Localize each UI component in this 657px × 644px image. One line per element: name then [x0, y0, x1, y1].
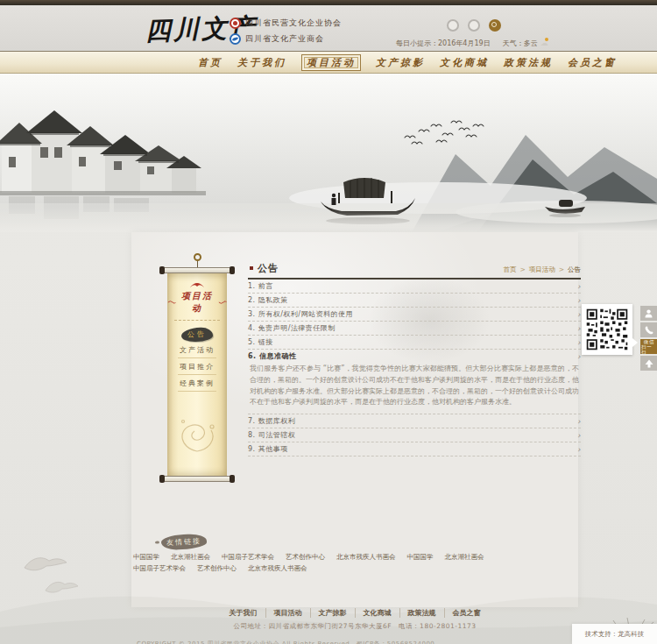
- main-nav: 首页 关于我们 项目活动 文产掠影 文化商城 政策法规 会员之窗: [0, 51, 657, 74]
- footer-link-about[interactable]: 关于我们: [222, 608, 265, 618]
- chevron-right-icon: [577, 445, 581, 454]
- accordion-item-7[interactable]: 7. 数据库权利: [248, 414, 581, 428]
- contact-person-button[interactable]: [640, 306, 657, 321]
- wechat-qr-popup: [582, 304, 632, 355]
- footer-address: 公司地址：四川省成都市东华门街27号东华大厦6F 电话：180-2801-117…: [131, 622, 578, 631]
- accordion-label: 4. 免责声明/法律责任限制: [248, 323, 336, 333]
- sidebar-title-row: 项目活动: [167, 290, 227, 315]
- chevron-right-icon: [577, 417, 581, 426]
- wechat-scan-button[interactable]: 微信 扫一扫: [640, 339, 657, 354]
- accordion-item-5[interactable]: 5. 链接: [248, 336, 581, 350]
- sidebar-item-promotion[interactable]: 项目推介: [167, 358, 227, 374]
- nav-item-home[interactable]: 首页: [198, 56, 223, 69]
- scroll-rod-bottom: [164, 476, 230, 482]
- chevron-right-icon: [577, 324, 581, 333]
- wechat-label-2: 扫一扫: [641, 344, 656, 354]
- qr-code: [585, 308, 629, 351]
- person-icon: [645, 309, 653, 318]
- social-icons: [447, 19, 501, 32]
- footer-link-mall[interactable]: 文化商城: [355, 608, 399, 618]
- page: 加为收藏 设为关注 四川文产 四川省民营文化企业协会 四川省文化产业商会 每日小…: [0, 0, 657, 644]
- daily-tip: 每日小提示：2016年4月19日: [396, 39, 491, 48]
- accordion: 1. 前言 2. 隐私政策 3. 所有权/权利/网站资料的使用 4. 免责声明/…: [248, 280, 581, 456]
- phone-icon: [645, 326, 653, 335]
- accordion-label: 8. 司法管辖权: [248, 430, 295, 440]
- item-divider: [178, 391, 216, 392]
- breadcrumb: 首页 > 项目活动 > 公告: [503, 265, 581, 274]
- content-header: 公告 首页 > 项目活动 > 公告: [248, 262, 581, 277]
- breadcrumb-home[interactable]: 首页: [503, 265, 516, 274]
- back-to-top-button[interactable]: [640, 356, 657, 371]
- social-icon-wechat[interactable]: [489, 19, 501, 32]
- phoenix-emblem-icon: [189, 280, 205, 288]
- chevron-right-icon: [577, 310, 581, 319]
- page-title: 公告: [258, 262, 279, 275]
- tech-support: 技术支持：龙高科技: [572, 624, 657, 644]
- chevron-right-icon: [577, 296, 581, 305]
- footer-copyright: COPYRIGHT © 2015 四川省民营文化企业协会 All Rights …: [131, 640, 578, 644]
- footer-link-glimpse[interactable]: 文产掠影: [310, 608, 355, 618]
- chevron-right-icon: [577, 352, 581, 361]
- site-header: 四川文产 四川省民营文化企业协会 四川省文化产业商会 每日小提示：2016年4月…: [0, 5, 657, 51]
- social-icon-2[interactable]: [468, 19, 480, 32]
- sidebar-item-activities[interactable]: 文产活动: [167, 342, 227, 357]
- nav-item-projects[interactable]: 项目活动: [301, 54, 361, 71]
- nav-item-glimpse[interactable]: 文产掠影: [376, 56, 425, 69]
- footer-link-projects[interactable]: 项目活动: [265, 608, 310, 618]
- scroll-ring-icon: [194, 253, 201, 261]
- footer-nav: 关于我们 项目活动 文产掠影 文化商城 政策法规 会员之窗: [131, 608, 578, 618]
- chevron-right-icon: [577, 338, 581, 347]
- chevron-right-icon: [577, 431, 581, 440]
- accordion-label: 3. 所有权/权利/网站资料的使用: [248, 309, 353, 319]
- accordion-label: 2. 隐私政策: [248, 295, 288, 305]
- sidebar-scroll: 项目活动 公告 文产活动 项目推介 经典案例: [167, 273, 227, 476]
- accordion-label: 6. 信息准确性: [248, 351, 296, 361]
- social-icon-1[interactable]: [447, 19, 459, 32]
- scroll-flourish-decoration: [174, 414, 220, 455]
- accordion-label: 7. 数据库权利: [248, 416, 295, 426]
- breadcrumb-separator: >: [519, 265, 525, 274]
- sidebar-title: 项目活动: [179, 290, 215, 315]
- association-seal-icon: [230, 18, 241, 29]
- announcement-panel: 公告 首页 > 项目活动 > 公告 1. 前言 2. 隐私政策 3. 所有权/权…: [248, 262, 581, 456]
- red-curl-icon: [167, 300, 176, 305]
- breadcrumb-section[interactable]: 项目活动: [529, 265, 555, 274]
- footer-link-members[interactable]: 会员之窗: [444, 608, 489, 618]
- accordion-label: 1. 前言: [248, 281, 273, 291]
- footer-link-policy[interactable]: 政策法规: [399, 608, 444, 618]
- weather-cloud-icon: ☁: [540, 39, 548, 47]
- scroll-rod-top: [164, 267, 230, 273]
- breadcrumb-current: 公告: [568, 265, 581, 274]
- accordion-item-8[interactable]: 8. 司法管辖权: [248, 428, 581, 442]
- org-name-1: 四川省民营文化企业协会: [245, 18, 342, 29]
- accordion-label: 9. 其他事项: [248, 444, 288, 454]
- sidebar-item-cases[interactable]: 经典案例: [167, 375, 227, 391]
- nav-item-policy[interactable]: 政策法规: [504, 56, 553, 69]
- phone-button[interactable]: [640, 322, 657, 337]
- qr-popup-pointer: [632, 338, 638, 347]
- accordion-item-4[interactable]: 4. 免责声明/法律责任限制: [248, 322, 581, 336]
- nav-item-members[interactable]: 会员之窗: [568, 56, 617, 69]
- accordion-item-9[interactable]: 9. 其他事项: [248, 442, 581, 456]
- accordion-item-6[interactable]: 6. 信息准确性: [248, 350, 581, 363]
- arrow-up-icon: [645, 359, 653, 368]
- org-name-2: 四川省文化产业商会: [245, 33, 324, 45]
- nav-item-about[interactable]: 关于我们: [237, 56, 286, 69]
- chamber-globe-icon: [230, 33, 241, 45]
- accordion-item-3[interactable]: 3. 所有权/权利/网站资料的使用: [248, 308, 581, 322]
- sidebar-item-announcement[interactable]: 公告: [181, 327, 214, 342]
- accordion-item-1[interactable]: 1. 前言: [248, 280, 581, 294]
- tip-bar: 每日小提示：2016年4月19日 天气：多云 ☁: [396, 39, 548, 48]
- accordion-label: 5. 链接: [248, 337, 273, 347]
- org-row: 四川省民营文化企业协会: [230, 15, 342, 31]
- accordion-item-2[interactable]: 2. 隐私政策: [248, 294, 581, 308]
- chevron-right-icon: [577, 282, 581, 291]
- site-footer: 关于我们 项目活动 文产掠影 文化商城 政策法规 会员之窗 公司地址：四川省成都…: [131, 608, 578, 644]
- nav-item-mall[interactable]: 文化商城: [440, 56, 489, 69]
- accordion-body: 我们服务客户还不参与 “比赛”，我觉得竞争性的比赛大家都能猜预。但大部分比赛实际…: [248, 363, 581, 414]
- red-curl-icon: [218, 300, 227, 305]
- scroll-divider: [174, 320, 220, 321]
- wechat-label-1: 微信: [643, 339, 654, 343]
- side-toolbar: 微信 扫一扫: [640, 306, 657, 372]
- hero-ink-painting: [0, 74, 657, 232]
